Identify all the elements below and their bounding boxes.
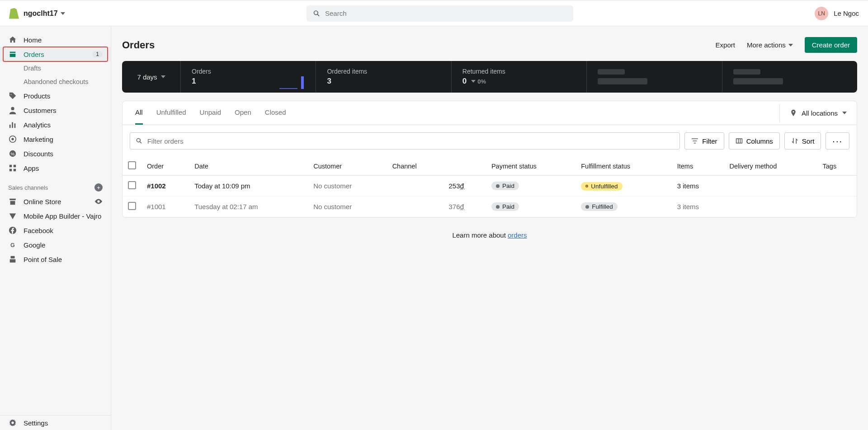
stat-loading-2 bbox=[722, 61, 857, 93]
svg-rect-2 bbox=[12, 122, 13, 128]
stat-returned: Returned items 0 0% bbox=[452, 61, 587, 93]
col-customer[interactable]: Customer bbox=[308, 157, 387, 176]
order-customer: No customer bbox=[308, 196, 387, 217]
row-checkbox[interactable] bbox=[128, 202, 136, 210]
stat-orders: Orders 1 bbox=[181, 61, 316, 93]
svg-point-15 bbox=[11, 421, 14, 424]
nav-pos[interactable]: Point of Sale bbox=[0, 252, 111, 266]
svg-rect-16 bbox=[736, 139, 742, 143]
discount-icon: % bbox=[8, 150, 17, 158]
orders-icon bbox=[8, 50, 17, 58]
user-menu[interactable]: LN Le Ngoc bbox=[815, 7, 859, 20]
order-customer: No customer bbox=[308, 176, 387, 196]
tab-all[interactable]: All bbox=[135, 101, 143, 125]
nav-marketing[interactable]: Marketing bbox=[0, 132, 111, 146]
tab-open[interactable]: Open bbox=[235, 101, 251, 125]
row-checkbox[interactable] bbox=[128, 181, 136, 189]
order-id: #1001 bbox=[142, 196, 189, 217]
dots-icon: ··· bbox=[832, 139, 843, 143]
orders-help-link[interactable]: orders bbox=[508, 231, 527, 239]
col-delivery[interactable]: Delivery method bbox=[724, 157, 817, 176]
stat-loading-1 bbox=[587, 61, 722, 93]
create-order-button[interactable]: Create order bbox=[805, 37, 857, 53]
chevron-down-icon bbox=[161, 75, 165, 78]
marketing-icon bbox=[8, 135, 17, 143]
tab-unfulfilled[interactable]: Unfulfilled bbox=[156, 101, 186, 125]
shop-switcher[interactable]: ngoclht17 bbox=[9, 8, 65, 19]
order-total: 376₫ bbox=[443, 196, 486, 217]
order-payment: Paid bbox=[486, 196, 576, 217]
nav-drafts[interactable]: Drafts bbox=[0, 61, 111, 75]
nav-settings[interactable]: Settings bbox=[0, 416, 111, 430]
order-total: 253₫ bbox=[443, 176, 486, 196]
col-channel[interactable]: Channel bbox=[387, 157, 443, 176]
tab-closed[interactable]: Closed bbox=[265, 101, 286, 125]
col-fulfillment[interactable]: Fulfillment status bbox=[576, 157, 671, 176]
filter-input[interactable] bbox=[130, 132, 680, 150]
order-tags bbox=[817, 196, 857, 217]
nav-discounts[interactable]: % Discounts bbox=[0, 146, 111, 161]
sidebar: Home Orders 1 Drafts Abandoned checkouts… bbox=[0, 26, 111, 430]
avatar: LN bbox=[815, 7, 828, 20]
nav-apps[interactable]: Apps bbox=[0, 161, 111, 175]
page-title: Orders bbox=[122, 39, 155, 51]
order-date: Today at 10:09 pm bbox=[189, 176, 308, 196]
nav-facebook[interactable]: Facebook bbox=[0, 223, 111, 238]
tab-unpaid[interactable]: Unpaid bbox=[200, 101, 222, 125]
order-delivery bbox=[724, 176, 817, 196]
nav-online-store[interactable]: Online Store bbox=[0, 194, 111, 209]
nav-abandoned[interactable]: Abandoned checkouts bbox=[0, 75, 111, 89]
order-tags bbox=[817, 176, 857, 196]
analytics-icon bbox=[8, 121, 17, 129]
order-date: Tuesday at 02:17 am bbox=[189, 196, 308, 217]
nav-home[interactable]: Home bbox=[0, 33, 111, 47]
main: Orders Export More actions Create order … bbox=[111, 26, 868, 430]
col-items[interactable]: Items bbox=[672, 157, 724, 176]
sort-button[interactable]: Sort bbox=[784, 132, 821, 150]
order-channel bbox=[387, 196, 443, 217]
user-name: Le Ngoc bbox=[834, 9, 859, 17]
columns-button[interactable]: Columns bbox=[729, 132, 780, 150]
store-icon bbox=[8, 197, 17, 206]
nav-products[interactable]: Products bbox=[0, 89, 111, 103]
svg-point-0 bbox=[11, 107, 14, 110]
nav-customers[interactable]: Customers bbox=[0, 103, 111, 117]
filter-button[interactable]: Filter bbox=[684, 132, 724, 150]
more-actions-button[interactable]: More actions bbox=[747, 41, 793, 49]
svg-rect-11 bbox=[14, 169, 16, 171]
nav-google[interactable]: G Google bbox=[0, 238, 111, 252]
location-icon bbox=[790, 109, 797, 117]
person-icon bbox=[8, 106, 17, 114]
filter-icon bbox=[691, 137, 698, 145]
orders-table: Order Date Customer Channel Payment stat… bbox=[123, 157, 857, 217]
svg-rect-3 bbox=[14, 123, 16, 128]
chevron-down-icon bbox=[788, 44, 793, 47]
col-order[interactable]: Order bbox=[142, 157, 189, 176]
facebook-icon bbox=[8, 226, 17, 234]
svg-text:G: G bbox=[10, 242, 15, 248]
export-button[interactable]: Export bbox=[716, 41, 735, 49]
table-row[interactable]: #1002Today at 10:09 pmNo customer253₫Pai… bbox=[123, 176, 857, 196]
col-date[interactable]: Date bbox=[189, 157, 308, 176]
col-payment[interactable]: Payment status bbox=[486, 157, 576, 176]
topbar: ngoclht17 LN Le Ngoc bbox=[0, 0, 868, 26]
nav-vajro[interactable]: Mobile App Builder - Vajro bbox=[0, 209, 111, 223]
select-all-checkbox[interactable] bbox=[128, 161, 136, 169]
nav-analytics[interactable]: Analytics bbox=[0, 117, 111, 132]
add-channel-button[interactable]: + bbox=[94, 183, 103, 192]
shop-name: ngoclht17 bbox=[24, 9, 58, 18]
table-row[interactable]: #1001Tuesday at 02:17 amNo customer376₫P… bbox=[123, 196, 857, 217]
date-range-selector[interactable]: 7 days bbox=[122, 61, 181, 93]
col-tags[interactable]: Tags bbox=[817, 157, 857, 176]
location-selector[interactable]: All locations bbox=[779, 104, 857, 122]
order-delivery bbox=[724, 196, 817, 217]
more-button[interactable]: ··· bbox=[826, 132, 849, 150]
search-input[interactable] bbox=[307, 5, 573, 22]
order-fulfillment: Unfulfilled bbox=[576, 176, 671, 196]
sparkline-icon bbox=[279, 75, 307, 89]
learn-more: Learn more about orders bbox=[122, 218, 857, 252]
eye-icon[interactable] bbox=[94, 197, 103, 206]
svg-rect-1 bbox=[9, 125, 11, 128]
col-total[interactable] bbox=[443, 157, 486, 176]
nav-orders[interactable]: Orders 1 bbox=[0, 47, 111, 61]
